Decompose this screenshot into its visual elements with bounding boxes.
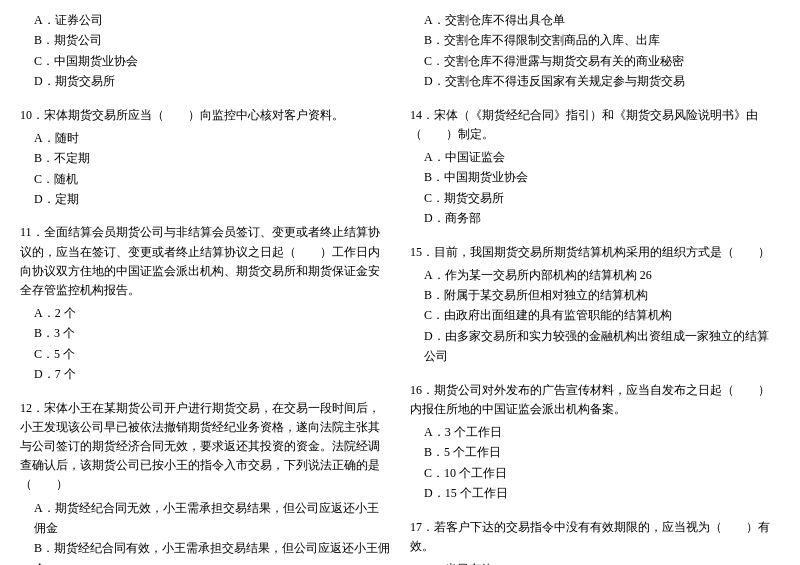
q14-option-b: B．中国期货业协会: [424, 167, 780, 187]
question-17-options: A．当日有效 B．三天内有效 C．撤单前都有效 D．长期有效: [410, 559, 780, 565]
q15-option-d: D．由多家交易所和实力较强的金融机构出资组成一家独立的结算公司: [424, 326, 780, 367]
question-14-text: 14．宋体（《期货经纪合同》指引）和《期货交易风险说明书》由（ ）制定。: [410, 106, 780, 144]
option-b: B．期货公司: [34, 30, 390, 50]
q14-option-a: A．中国证监会: [424, 147, 780, 167]
question-14-options: A．中国证监会 B．中国期货业协会 C．期货交易所 D．商务部: [410, 147, 780, 229]
q11-option-c: C．5 个: [34, 344, 390, 364]
q11-option-b: B．3 个: [34, 323, 390, 343]
q13-options: A．交割仓库不得出具仓单 B．交割仓库不得限制交割商品的入库、出库 C．交割仓库…: [410, 10, 780, 92]
question-16-block: 16．期货公司对外发布的广告宣传材料，应当自发布之日起（ ）内报住所地的中国证监…: [410, 381, 780, 504]
question-15-text: 15．目前，我国期货交易所期货结算机构采用的组织方式是（ ）: [410, 243, 780, 262]
question-12-options: A．期货经纪合同无效，小王需承担交易结果，但公司应返还小王佣金 B．期货经纪合同…: [20, 498, 390, 565]
prev-options-block: A．证券公司 B．期货公司 C．中国期货业协会 D．期货交易所: [20, 10, 390, 92]
question-14-block: 14．宋体（《期货经纪合同》指引）和《期货交易风险说明书》由（ ）制定。 A．中…: [410, 106, 780, 229]
q14-option-d: D．商务部: [424, 208, 780, 228]
q13-options-block: A．交割仓库不得出具仓单 B．交割仓库不得限制交割商品的入库、出库 C．交割仓库…: [410, 10, 780, 92]
right-column: A．交割仓库不得出具仓单 B．交割仓库不得限制交割商品的入库、出库 C．交割仓库…: [410, 10, 780, 565]
question-11-text: 11．全面结算会员期货公司与非结算会员签订、变更或者终止结算协议的，应当在签订、…: [20, 223, 390, 300]
q13-option-d: D．交割仓库不得违反国家有关规定参与期货交易: [424, 71, 780, 91]
q12-option-b: B．期货经纪合同有效，小王需承担交易结果，但公司应返还小王佣金: [34, 538, 390, 565]
left-column: A．证券公司 B．期货公司 C．中国期货业协会 D．期货交易所 10．宋体期货交…: [20, 10, 390, 565]
option-c: C．中国期货业协会: [34, 51, 390, 71]
question-11-options: A．2 个 B．3 个 C．5 个 D．7 个: [20, 303, 390, 385]
q10-option-d: D．定期: [34, 189, 390, 209]
option-a: A．证券公司: [34, 10, 390, 30]
q16-option-b: B．5 个工作日: [424, 442, 780, 462]
question-17-block: 17．若客户下达的交易指令中没有有效期限的，应当视为（ ）有效。 A．当日有效 …: [410, 518, 780, 565]
q15-option-c: C．由政府出面组建的具有监管职能的结算机构: [424, 305, 780, 325]
q13-option-a: A．交割仓库不得出具仓单: [424, 10, 780, 30]
q15-option-b: B．附属于某交易所但相对独立的结算机构: [424, 285, 780, 305]
q17-option-a: A．当日有效: [424, 559, 780, 565]
question-16-text: 16．期货公司对外发布的广告宣传材料，应当自发布之日起（ ）内报住所地的中国证监…: [410, 381, 780, 419]
question-11-block: 11．全面结算会员期货公司与非结算会员签订、变更或者终止结算协议的，应当在签订、…: [20, 223, 390, 384]
q14-option-c: C．期货交易所: [424, 188, 780, 208]
q11-option-d: D．7 个: [34, 364, 390, 384]
q16-option-a: A．3 个工作日: [424, 422, 780, 442]
question-10-block: 10．宋体期货交易所应当（ ）向监控中心核对客户资料。 A．随时 B．不定期 C…: [20, 106, 390, 210]
question-10-options: A．随时 B．不定期 C．随机 D．定期: [20, 128, 390, 210]
question-12-block: 12．宋体小王在某期货公司开户进行期货交易，在交易一段时间后，小王发现该公司早已…: [20, 399, 390, 565]
question-17-text: 17．若客户下达的交易指令中没有有效期限的，应当视为（ ）有效。: [410, 518, 780, 556]
q10-option-b: B．不定期: [34, 148, 390, 168]
q10-option-c: C．随机: [34, 169, 390, 189]
question-16-options: A．3 个工作日 B．5 个工作日 C．10 个工作日 D．15 个工作日: [410, 422, 780, 504]
q13-option-c: C．交割仓库不得泄露与期货交易有关的商业秘密: [424, 51, 780, 71]
q10-option-a: A．随时: [34, 128, 390, 148]
q11-option-a: A．2 个: [34, 303, 390, 323]
question-10-text: 10．宋体期货交易所应当（ ）向监控中心核对客户资料。: [20, 106, 390, 125]
question-12-text: 12．宋体小王在某期货公司开户进行期货交易，在交易一段时间后，小王发现该公司早已…: [20, 399, 390, 495]
q12-option-a: A．期货经纪合同无效，小王需承担交易结果，但公司应返还小王佣金: [34, 498, 390, 539]
q15-option-a: A．作为某一交易所内部机构的结算机构 26: [424, 265, 780, 285]
q16-option-d: D．15 个工作日: [424, 483, 780, 503]
main-content: A．证券公司 B．期货公司 C．中国期货业协会 D．期货交易所 10．宋体期货交…: [20, 10, 780, 565]
option-d: D．期货交易所: [34, 71, 390, 91]
question-15-block: 15．目前，我国期货交易所期货结算机构采用的组织方式是（ ） A．作为某一交易所…: [410, 243, 780, 367]
q13-option-b: B．交割仓库不得限制交割商品的入库、出库: [424, 30, 780, 50]
prev-options: A．证券公司 B．期货公司 C．中国期货业协会 D．期货交易所: [20, 10, 390, 92]
q16-option-c: C．10 个工作日: [424, 463, 780, 483]
question-15-options: A．作为某一交易所内部机构的结算机构 26 B．附属于某交易所但相对独立的结算机…: [410, 265, 780, 367]
